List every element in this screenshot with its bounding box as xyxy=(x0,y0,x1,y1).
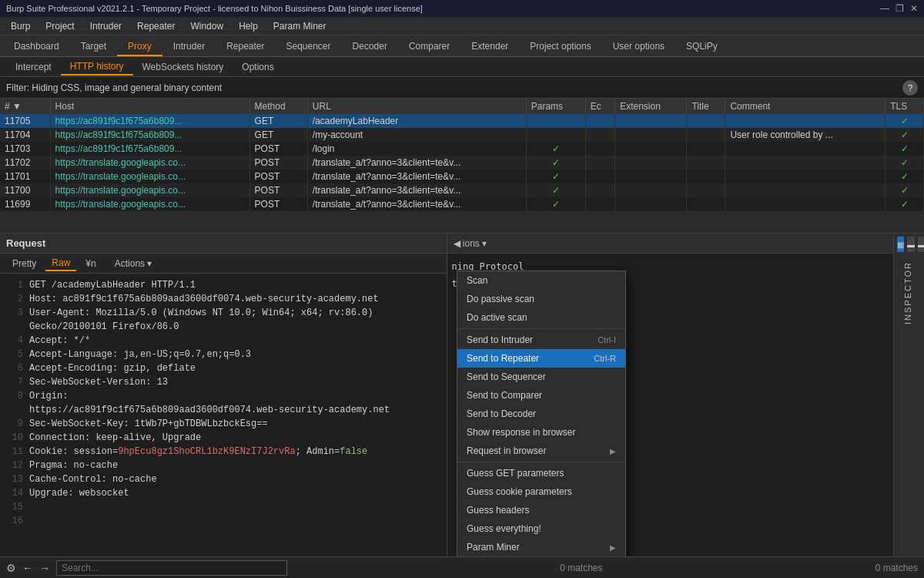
menu-window[interactable]: Window xyxy=(182,19,231,33)
settings-icon[interactable]: ⚙ xyxy=(6,562,16,574)
ctx-show-response-browser[interactable]: Show response in browser xyxy=(457,423,625,442)
search-input[interactable] xyxy=(56,560,287,576)
tab-user-options[interactable]: User options xyxy=(602,38,675,56)
minimize-button[interactable]: — xyxy=(880,3,889,14)
col-tls: TLS xyxy=(886,99,924,114)
ctx-sep-2 xyxy=(457,462,625,462)
tab-repeater[interactable]: Repeater xyxy=(216,38,275,56)
tab-target[interactable]: Target xyxy=(70,38,117,56)
table-cell: 11704 xyxy=(0,128,50,142)
menu-param-miner[interactable]: Param Miner xyxy=(266,19,334,33)
tab-intruder[interactable]: Intruder xyxy=(162,38,216,56)
table-cell xyxy=(526,114,585,128)
subtab-websockets-history[interactable]: WebSockets history xyxy=(133,59,233,75)
table-cell: ✓ xyxy=(886,128,924,142)
tab-sqlipy[interactable]: SQLiPy xyxy=(675,38,728,56)
req-tab-raw[interactable]: Raw xyxy=(45,256,76,271)
ctx-param-miner[interactable]: Param Miner▶ xyxy=(457,538,625,556)
request-title: Request xyxy=(6,237,45,249)
col-comment: Comment xyxy=(725,99,886,114)
table-cell: 11701 xyxy=(0,170,50,183)
table-cell xyxy=(585,114,614,128)
code-line-7: 7 Sec-WebSocket-Version: 13 xyxy=(5,375,442,389)
maximize-button[interactable]: ❐ xyxy=(896,3,904,14)
table-cell: https://ac891f9c1f675a6b809... xyxy=(50,128,249,142)
col-url: URL xyxy=(307,99,526,114)
ctx-send-to-decoder[interactable]: Send to Decoder xyxy=(457,405,625,423)
table-row[interactable]: 11705https://ac891f9c1f675a6b809...GET/a… xyxy=(0,114,924,128)
tab-decoder[interactable]: Decoder xyxy=(342,38,398,56)
tab-project-options[interactable]: Project options xyxy=(519,38,601,56)
tab-proxy[interactable]: Proxy xyxy=(117,38,162,56)
matches-count-right: 0 matches xyxy=(875,563,918,573)
ctx-send-to-repeater[interactable]: Send to RepeaterCtrl-R xyxy=(457,349,625,368)
code-line-8: 8 Origin: xyxy=(5,389,442,403)
menu-repeater[interactable]: Repeater xyxy=(129,19,182,33)
window-controls: — ❐ ✕ xyxy=(880,3,918,14)
table-cell: 11705 xyxy=(0,114,50,128)
table-cell xyxy=(615,142,687,156)
table-row[interactable]: 11701https://translate.googleapis.co...P… xyxy=(0,170,924,183)
ctx-guess-everything[interactable]: Guess everything! xyxy=(457,519,625,538)
ctx-do-active-scan[interactable]: Do active scan xyxy=(457,308,625,327)
req-actions-dropdown[interactable]: Actions ▾ xyxy=(109,257,159,271)
menu-burp[interactable]: Burp xyxy=(3,19,38,33)
ctx-guess-get-params[interactable]: Guess GET parameters xyxy=(457,464,625,482)
table-cell: /translate_a/t?anno=3&client=te&v... xyxy=(307,197,526,211)
ctx-send-to-intruder[interactable]: Send to IntruderCtrl-I xyxy=(457,331,625,349)
table-cell xyxy=(585,170,614,183)
ctx-guess-headers[interactable]: Guess headers xyxy=(457,501,625,519)
ctx-do-passive-scan[interactable]: Do passive scan xyxy=(457,290,625,308)
table-row[interactable]: 11703https://ac891f9c1f675a6b809...POST/… xyxy=(0,142,924,156)
nav-back-button[interactable]: ← xyxy=(22,562,33,574)
ctx-send-to-comparer[interactable]: Send to Comparer xyxy=(457,386,625,405)
inspector-icon-split[interactable]: ▬ xyxy=(907,237,915,252)
table-row[interactable]: 11700https://translate.googleapis.co...P… xyxy=(0,183,924,197)
table-cell: 11700 xyxy=(0,183,50,197)
ctx-guess-cookie-params[interactable]: Guess cookie parameters xyxy=(457,482,625,501)
table-cell: ✓ xyxy=(526,183,585,197)
tab-extender[interactable]: Extender xyxy=(460,38,519,56)
code-line-9: 9 Sec-WebSocket-Key: 1tWb7P+gbTDBWLbzbck… xyxy=(5,417,442,431)
subtab-http-history[interactable]: HTTP history xyxy=(61,59,133,76)
inspector-icon-list[interactable]: ▬ xyxy=(918,237,924,252)
filter-help-button[interactable]: ? xyxy=(902,80,918,96)
nav-forward-button[interactable]: → xyxy=(39,562,50,574)
inspector-icon-grid[interactable]: ▦ xyxy=(897,237,904,252)
code-line-14: 14 Upgrade: websocket xyxy=(5,486,442,500)
context-menu: Scan Do passive scan Do active scan Send… xyxy=(457,271,626,556)
tab-sequencer[interactable]: Sequencer xyxy=(276,38,342,56)
ctx-request-in-browser[interactable]: Request in browser▶ xyxy=(457,442,625,460)
table-cell: POST xyxy=(249,156,307,170)
menu-help[interactable]: Help xyxy=(231,19,266,33)
ctx-scan[interactable]: Scan xyxy=(457,271,625,290)
table-cell: ✓ xyxy=(886,197,924,211)
window-title: Burp Suite Professional v2021.2.1 - Temp… xyxy=(6,4,880,13)
table-cell: /translate_a/t?anno=3&client=te&v... xyxy=(307,183,526,197)
table-cell xyxy=(585,197,614,211)
table-body: 11705https://ac891f9c1f675a6b809...GET/a… xyxy=(0,114,924,211)
tab-comparer[interactable]: Comparer xyxy=(398,38,460,56)
table-row[interactable]: 11704https://ac891f9c1f675a6b809...GET/m… xyxy=(0,128,924,142)
table-cell: /my-account xyxy=(307,128,526,142)
table-row[interactable]: 11702https://translate.googleapis.co...P… xyxy=(0,156,924,170)
tab-dashboard[interactable]: Dashboard xyxy=(3,38,70,56)
table-cell xyxy=(615,128,687,142)
req-tab-yn[interactable]: ¥n xyxy=(79,257,102,271)
response-actions[interactable]: ◀ ions ▾ xyxy=(454,238,487,249)
table-cell xyxy=(615,114,687,128)
table-cell: /login xyxy=(307,142,526,156)
table-cell: https://translate.googleapis.co... xyxy=(50,183,249,197)
table-row[interactable]: 11699https://translate.googleapis.co...P… xyxy=(0,197,924,211)
req-tab-pretty[interactable]: Pretty xyxy=(6,257,42,271)
subtab-intercept[interactable]: Intercept xyxy=(6,59,61,75)
menu-intruder[interactable]: Intruder xyxy=(82,19,129,33)
ctx-send-to-sequencer[interactable]: Send to Sequencer xyxy=(457,368,625,386)
close-button[interactable]: ✕ xyxy=(910,3,918,14)
menu-project[interactable]: Project xyxy=(38,19,82,33)
col-edited: Ec xyxy=(585,99,614,114)
request-content: 1 GET /academyLabHeader HTTP/1.1 2 Host:… xyxy=(0,274,447,556)
code-line-16: 16 xyxy=(5,514,442,528)
http-history-table: # ▼ Host Method URL Params Ec Extension … xyxy=(0,99,924,234)
subtab-options[interactable]: Options xyxy=(233,59,283,75)
